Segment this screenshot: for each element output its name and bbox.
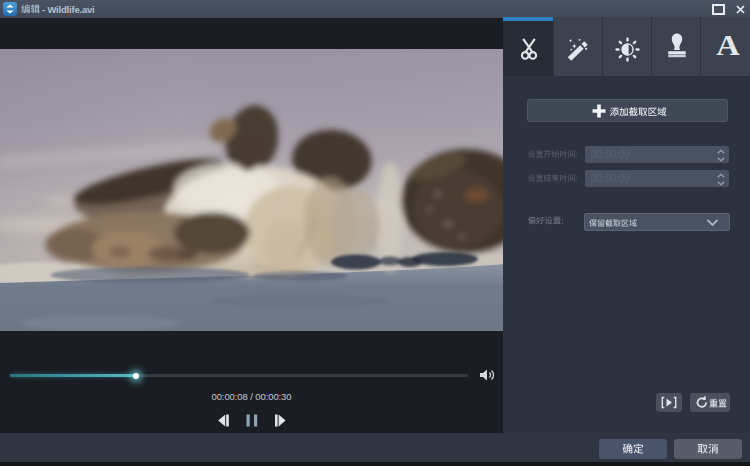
svg-text:- Wildlife.avi: - Wildlife.avi — [42, 4, 95, 15]
